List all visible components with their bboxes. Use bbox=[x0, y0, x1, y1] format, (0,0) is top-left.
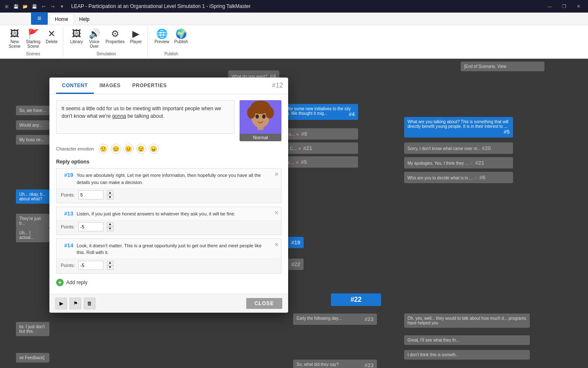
add-reply-label: Add reply bbox=[66, 280, 88, 285]
reply-13-text[interactable]: Listen, if you just give honest answers … bbox=[77, 210, 269, 218]
play-btn[interactable]: ▶ bbox=[55, 298, 67, 309]
reply-13-points: Points: ▲ ▼ bbox=[57, 220, 281, 235]
modal-dialog: CONTENT IMAGES PROPERTIES #12 It seems a… bbox=[49, 78, 288, 313]
points-14-spinners: ▲ ▼ bbox=[107, 261, 113, 270]
portrait-image bbox=[240, 100, 281, 134]
svg-point-9 bbox=[262, 114, 266, 119]
character-avatar-svg bbox=[244, 100, 277, 134]
delete-footer-btn[interactable]: 🗑 bbox=[84, 298, 95, 309]
flag-btn[interactable]: ⚑ bbox=[70, 298, 81, 309]
points-19-down[interactable]: ▼ bbox=[107, 195, 113, 200]
points-14-input[interactable] bbox=[78, 261, 103, 270]
svg-point-0 bbox=[247, 130, 274, 134]
character-text-box[interactable]: It seems a little odd for us to be meeti… bbox=[56, 100, 235, 134]
points-14-label: Points: bbox=[61, 263, 75, 268]
reply-options-title: Reply options bbox=[56, 159, 281, 165]
footer-controls: ▶ ⚑ 🗑 bbox=[55, 298, 95, 309]
reply-14-number: #14 bbox=[61, 242, 73, 249]
tab-images[interactable]: IMAGES bbox=[94, 78, 126, 94]
reply-13-number: #13 bbox=[61, 210, 73, 217]
reply-19-points: Points: ▲ ▼ bbox=[57, 188, 281, 203]
points-14-down[interactable]: ▼ bbox=[107, 265, 113, 270]
points-13-input[interactable] bbox=[78, 222, 103, 231]
character-portrait: Normal bbox=[240, 100, 281, 141]
reply-section: Reply options #19 You are absolutely rig… bbox=[56, 159, 281, 288]
emotion-sad[interactable]: 😟 bbox=[136, 144, 146, 154]
modal-body: It seems a little odd for us to be meeti… bbox=[49, 94, 288, 294]
reply-19-number: #19 bbox=[61, 172, 73, 178]
emotion-label: Character emotion bbox=[56, 146, 94, 151]
close-dialog-btn[interactable]: CLOSE bbox=[246, 298, 282, 309]
reply-14-close[interactable]: × bbox=[275, 241, 279, 248]
modal-number: #12 bbox=[272, 82, 283, 89]
tab-properties[interactable]: PROPERTIES bbox=[126, 78, 173, 94]
points-13-spinners: ▲ ▼ bbox=[107, 222, 113, 231]
points-13-label: Points: bbox=[61, 224, 75, 229]
reply-14-header: #14 Look, it doesn't matter. This is a g… bbox=[57, 239, 281, 259]
reply-14-text[interactable]: Look, it doesn't matter. This is a great… bbox=[77, 242, 269, 256]
points-13-up[interactable]: ▲ bbox=[107, 222, 113, 227]
add-reply-icon: + bbox=[56, 279, 64, 286]
reply-item-19: #19 You are absolutely right. Let me get… bbox=[56, 168, 281, 203]
svg-point-6 bbox=[250, 104, 258, 113]
modal-header: CONTENT IMAGES PROPERTIES #12 bbox=[49, 78, 288, 94]
add-reply-btn[interactable]: + Add reply bbox=[56, 277, 281, 288]
svg-point-8 bbox=[255, 114, 259, 119]
flag-icon: ⚑ bbox=[73, 301, 78, 306]
reply-13-close[interactable]: × bbox=[275, 210, 279, 216]
reply-13-header: #13 Listen, if you just give honest answ… bbox=[57, 207, 281, 220]
reply-19-header: #19 You are absolutely right. Let me get… bbox=[57, 168, 281, 188]
points-13-down[interactable]: ▼ bbox=[107, 227, 113, 231]
tab-content[interactable]: CONTENT bbox=[56, 78, 94, 94]
emotion-flat[interactable]: 😐 bbox=[124, 144, 134, 154]
reply-item-13: #13 Listen, if you just give honest answ… bbox=[56, 207, 281, 235]
play-icon: ▶ bbox=[59, 301, 63, 306]
character-section: It seems a little odd for us to be meeti… bbox=[56, 100, 281, 141]
modal-overlay: CONTENT IMAGES PROPERTIES #12 It seems a… bbox=[0, 0, 588, 368]
reply-19-close[interactable]: × bbox=[275, 171, 279, 178]
reply-item-14: #14 Look, it doesn't matter. This is a g… bbox=[56, 238, 281, 274]
points-19-spinners: ▲ ▼ bbox=[107, 190, 113, 200]
portrait-label: Normal bbox=[240, 134, 281, 141]
emotion-row: Character emotion 🙂 😊 😐 😟 😠 bbox=[56, 144, 281, 154]
emotion-happy[interactable]: 😊 bbox=[111, 144, 121, 154]
points-14-up[interactable]: ▲ bbox=[107, 261, 113, 265]
emotion-angry[interactable]: 😠 bbox=[149, 144, 159, 154]
reply-19-text[interactable]: You are absolutely right. Let me get mor… bbox=[77, 172, 269, 186]
points-19-label: Points: bbox=[61, 192, 75, 197]
modal-footer: ▶ ⚑ 🗑 CLOSE bbox=[49, 294, 288, 313]
delete-footer-icon: 🗑 bbox=[87, 301, 92, 306]
emotion-neutral[interactable]: 🙂 bbox=[98, 144, 108, 154]
points-19-up[interactable]: ▲ bbox=[107, 190, 113, 195]
svg-point-7 bbox=[263, 104, 271, 113]
points-19-input[interactable] bbox=[78, 190, 103, 200]
emotion-icons: 🙂 😊 😐 😟 😠 bbox=[98, 144, 159, 154]
reply-14-points: Points: ▲ ▼ bbox=[57, 259, 281, 273]
